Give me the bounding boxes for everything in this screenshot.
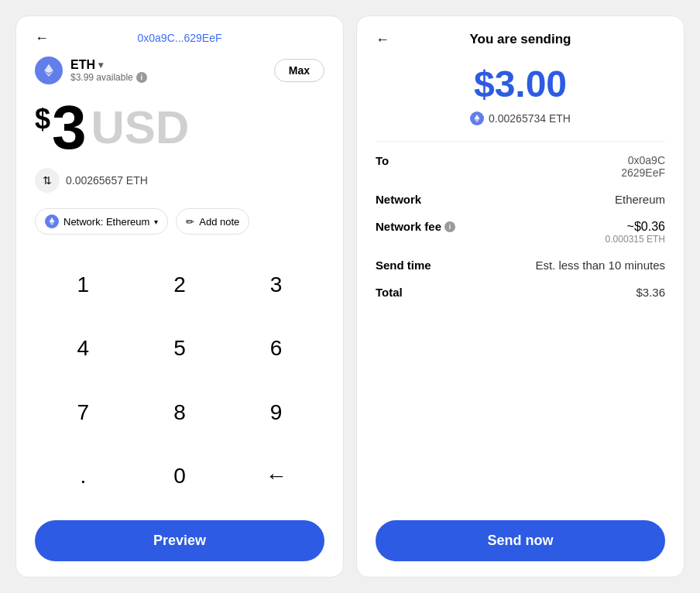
- numpad-key-backspace[interactable]: ←: [228, 444, 324, 508]
- send-time-row: Send time Est. less than 10 minutes: [376, 259, 665, 272]
- network-chevron-icon: ▾: [154, 218, 158, 226]
- dollar-sign: $: [35, 97, 50, 135]
- token-available: $3.99 available i: [70, 72, 147, 83]
- right-back-button[interactable]: ←: [376, 32, 389, 48]
- token-name[interactable]: ETH ▾: [70, 58, 147, 72]
- pencil-icon: ✏: [186, 216, 194, 228]
- send-time-value: Est. less than 10 minutes: [535, 259, 665, 272]
- network-label: Network: [376, 193, 421, 206]
- fee-row: Network fee i ~$0.36 0.000315 ETH: [376, 220, 665, 245]
- send-time-label: Send time: [376, 259, 431, 272]
- numpad-key-8[interactable]: 8: [132, 381, 228, 444]
- network-value: Ethereum: [615, 193, 665, 206]
- numpad-key-7[interactable]: 7: [35, 381, 132, 444]
- left-header: ← 0x0a9C...629EeF: [35, 32, 324, 44]
- fee-label-row: Network fee i: [376, 220, 455, 233]
- preview-button[interactable]: Preview: [35, 520, 324, 561]
- network-label: Network: Ethereum: [63, 216, 149, 228]
- total-value: $3.36: [636, 286, 665, 299]
- to-row: To 0x0a9C 2629EeF: [376, 154, 665, 179]
- amount-number: 3: [52, 97, 87, 159]
- numpad-key-2[interactable]: 2: [132, 253, 228, 317]
- fee-value: ~$0.36 0.000315 ETH: [606, 220, 665, 245]
- fee-label: Network fee: [376, 220, 441, 233]
- token-label: ETH ▾ $3.99 available i: [70, 58, 147, 83]
- send-amount-eth: 0.00265734 ETH: [376, 111, 665, 125]
- info-icon[interactable]: i: [136, 72, 147, 83]
- token-chevron-icon: ▾: [98, 60, 103, 70]
- numpad: 1 2 3 4 5 6 7 8 9 . 0 ←: [35, 253, 324, 508]
- amount-display: $ 3 USD: [35, 97, 324, 159]
- max-button[interactable]: Max: [274, 59, 324, 82]
- numpad-key-dot[interactable]: .: [35, 444, 132, 508]
- total-row: Total $3.36: [376, 286, 665, 299]
- token-row: ETH ▾ $3.99 available i Max: [35, 57, 324, 84]
- to-address: 0x0a9C 2629EeF: [621, 154, 665, 179]
- divider: [376, 141, 665, 142]
- numpad-key-5[interactable]: 5: [132, 317, 228, 380]
- numpad-key-6[interactable]: 6: [228, 317, 324, 380]
- send-eth-icon: [470, 111, 484, 125]
- numpad-key-3[interactable]: 3: [228, 253, 324, 317]
- right-panel: ← You are sending $3.00 0.00265734 ETH T…: [356, 15, 685, 578]
- to-label: To: [376, 154, 389, 167]
- right-header: ← You are sending: [376, 32, 665, 47]
- left-back-button[interactable]: ←: [35, 30, 49, 46]
- add-note-button[interactable]: ✏ Add note: [176, 208, 249, 235]
- eth-amount-text: 0.00265657 ETH: [66, 174, 148, 187]
- eth-amount-row: ⇅ 0.00265657 ETH: [35, 168, 324, 193]
- right-title: You are sending: [470, 32, 571, 47]
- left-panel: ← 0x0a9C...629EeF ETH ▾ $3.: [15, 15, 344, 578]
- numpad-key-0[interactable]: 0: [132, 444, 228, 508]
- numpad-key-4[interactable]: 4: [35, 317, 132, 380]
- swap-currency-button[interactable]: ⇅: [35, 168, 60, 193]
- network-row: Network Ethereum: [376, 193, 665, 206]
- total-label: Total: [376, 286, 403, 299]
- network-selector-button[interactable]: Network: Ethereum ▾: [35, 208, 168, 235]
- eth-logo-icon: [35, 57, 63, 84]
- token-info: ETH ▾ $3.99 available i: [35, 57, 147, 84]
- amount-currency: USD: [91, 105, 190, 151]
- wallet-address[interactable]: 0x0a9C...629EeF: [138, 32, 222, 44]
- fee-eth: 0.000315 ETH: [606, 234, 665, 245]
- network-eth-icon: [45, 214, 59, 228]
- add-note-label: Add note: [199, 216, 239, 228]
- numpad-key-1[interactable]: 1: [35, 253, 132, 317]
- numpad-key-9[interactable]: 9: [228, 381, 324, 444]
- send-amount-usd: $3.00: [376, 63, 665, 105]
- action-row: Network: Ethereum ▾ ✏ Add note: [35, 208, 324, 235]
- send-now-button[interactable]: Send now: [376, 520, 665, 561]
- fee-info-icon[interactable]: i: [444, 221, 455, 232]
